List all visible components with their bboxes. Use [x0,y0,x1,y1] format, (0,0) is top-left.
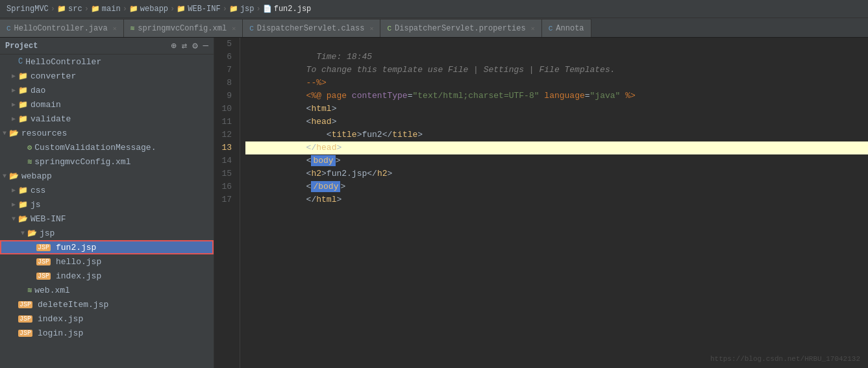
jsp-file-icon: JSP [36,273,51,280]
tree-item-converter[interactable]: ▶ 📁 converter [0,69,214,83]
java-icon: C [6,25,11,32]
tree-label: CustomValidationMessage. [34,143,156,153]
tree-item-js[interactable]: ▶ 📁 js [0,197,214,212]
tree-item-webxml[interactable]: ≋ web.xml [0,283,214,297]
line-number: 15 [217,167,234,180]
settings-icon[interactable]: ⚙ [192,40,197,51]
folder-icon: 📁 [177,5,186,13]
tree-item-indexjsp-webinf[interactable]: JSP index.jsp [0,269,214,283]
properties-icon: ⚙ [27,143,32,153]
equals2: = [585,91,590,101]
breadcrumb-item[interactable]: WEB-INF [188,5,220,14]
props-icon: C [387,25,391,32]
html-tag2: h2 [377,169,388,178]
jsp-directive: <%@ page [296,91,352,101]
folder-open-icon: 📂 [18,214,28,224]
breadcrumb-bar: SpringMVC › 📁 src › 📁 main › 📁 webapp › … [0,0,868,18]
breadcrumb-item[interactable]: main [102,5,121,14]
html-text: fun2 [362,130,382,140]
tree-arrow: ▶ [9,101,18,108]
close-icon[interactable]: ✕ [531,25,535,32]
breadcrumb-item[interactable]: SpringMVC [6,5,49,14]
tree-item-loginjsp[interactable]: JSP login.jsp [0,326,214,340]
html-bracket-close: > [336,195,341,204]
html-bracket: < [296,130,332,140]
jsp-file-icon: JSP [18,330,32,337]
tree-arrow: ▼ [0,130,9,137]
tree-item-hellojsp[interactable]: JSP hello.jsp [0,254,214,269]
folder-icon: 📁 [18,100,28,110]
sidebar-icons: ⊕ ⇄ ⚙ — [171,40,208,51]
folder-icon: 📁 [18,71,28,81]
tree-label: webapp [21,171,52,181]
breadcrumb-current: fun2.jsp [274,5,312,14]
breadcrumb-item[interactable]: webapp [140,5,168,14]
tab-annota[interactable]: C Annota [542,19,591,37]
tree-arrow: ▼ [0,173,9,180]
breadcrumb-item[interactable]: src [68,5,82,14]
tree-item-validate[interactable]: ▶ 📁 validate [0,112,214,126]
line-number: 6 [217,51,234,64]
tree-label: domain [31,100,61,110]
tree-item-resources[interactable]: ▼ 📂 resources [0,126,214,140]
close-icon[interactable]: ✕ [232,25,236,32]
watermark: https://blog.csdn.net/HRBU_17042132 [710,355,860,363]
tree-item-webapp[interactable]: ▼ 📂 webapp [0,169,214,183]
tree-label: login.jsp [38,328,83,338]
tree-item-springmvcconfig-xml[interactable]: ≋ springmvcConfig.xml [0,154,214,169]
tree-item-deletejsp[interactable]: JSP deleteItem.jsp [0,297,214,312]
tab-hellocontroller[interactable]: C HelloController.java ✕ [0,19,124,37]
java-icon: C [249,25,254,32]
line-number: 16 [217,180,234,193]
tree-label: dao [31,86,45,95]
folder-icon: 📁 [91,5,100,13]
tree-item-indexjsp-webapp[interactable]: JSP index.jsp [0,312,214,326]
breadcrumb-item[interactable]: jsp [240,5,254,14]
tab-dispatcherservlet-props[interactable]: C DispatcherServlet.properties ✕ [380,19,541,37]
close-icon[interactable]: ✕ [369,25,373,32]
minimize-icon[interactable]: — [203,40,208,51]
add-icon[interactable]: ⊕ [171,40,176,51]
tree-item-fun2jsp[interactable]: JSP fun2.jsp [0,240,214,254]
attr-name: contentType [352,91,408,101]
layout-icon[interactable]: ⇄ [182,40,187,51]
line-number: 17 [217,193,234,206]
tree-item-customvalidation[interactable]: ⚙ CustomValidationMessage. [0,140,214,154]
tab-dispatcherservlet-class[interactable]: C DispatcherServlet.class ✕ [243,19,380,37]
tree-item-dao[interactable]: ▶ 📁 dao [0,83,214,97]
html-tag: head [316,143,336,153]
jsp-file-icon: 📄 [263,5,272,13]
html-text: fun2.jsp [327,169,367,178]
html-bracket-close: > [332,117,337,127]
tree-label: index.jsp [38,314,83,324]
tree-item-jsp[interactable]: ▼ 📂 jsp [0,226,214,240]
breadcrumb-sep: › [123,5,127,14]
jsp-file-icon: JSP [18,301,32,308]
html-bracket2: </ [382,130,393,140]
comment-text: Time: 18:45 [296,52,372,62]
body-tag-highlight: body [311,155,335,166]
code-editor[interactable]: 5 6 7 8 9 10 11 12 13 14 15 16 17 Time: … [214,38,868,368]
html-bracket3: > [417,130,423,140]
html-bracket: < [296,117,311,127]
close-icon[interactable]: ✕ [113,25,117,32]
html-bracket: < [296,182,311,191]
html-bracket: </ [296,195,316,204]
breadcrumb-sep: › [256,5,261,14]
tab-springmvcconfig[interactable]: ≋ springmvcConfig.xml ✕ [124,19,243,37]
folder-icon: 📁 [129,5,138,13]
tree-item-webinf[interactable]: ▼ 📂 WEB-INF [0,212,214,226]
tree-arrow: ▼ [9,215,18,223]
folder-open-icon: 📂 [9,129,19,138]
html-tag: html [316,195,336,204]
line-number: 9 [217,90,234,103]
tree-label: js [31,200,41,210]
tree-label: springmvcConfig.xml [34,157,130,167]
tree-item-domain[interactable]: ▶ 📁 domain [0,97,214,112]
folder-icon: 📁 [18,200,28,210]
tree-arrow: ▶ [9,86,18,94]
tree-item-css[interactable]: ▶ 📁 css [0,183,214,197]
tree-item-hellocontroller[interactable]: C HelloController [0,55,214,69]
tree-label: resources [21,129,67,138]
line-number: 5 [217,38,234,51]
